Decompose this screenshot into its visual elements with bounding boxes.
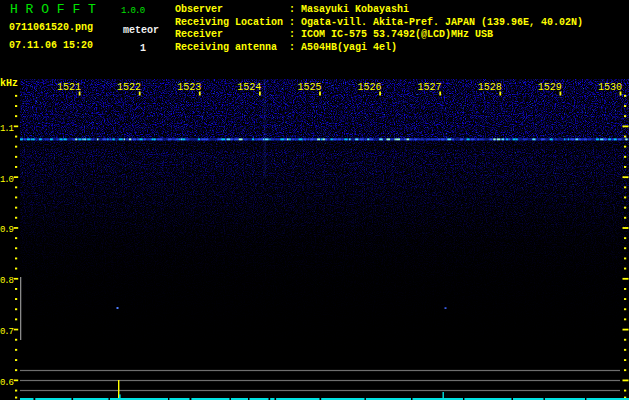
svg-text:1.0.0: 1.0.0 xyxy=(121,6,145,16)
svg-text:07.11.06 15:20: 07.11.06 15:20 xyxy=(9,40,93,51)
svg-text:Receiver : ICOM IC-5: Receiver : ICOM IC-575 53.7492(@LCD)MHz … xyxy=(175,29,493,40)
svg-text:1525: 1525 xyxy=(297,82,321,93)
svg-text:1521: 1521 xyxy=(57,82,81,93)
svg-text:1529: 1529 xyxy=(538,82,562,93)
svg-text:Receiving antenna : A504HB(ya: Receiving antenna : A504HB(yagi 4el) xyxy=(175,42,397,53)
svg-text:1.1: 1.1 xyxy=(0,124,14,134)
svg-text:Receiving Location : Ogata-vil: Receiving Location : Ogata-vill. Akita-P… xyxy=(175,17,583,28)
svg-text:1523: 1523 xyxy=(177,82,201,93)
svg-text:1528: 1528 xyxy=(478,82,502,93)
svg-text:0.7: 0.7 xyxy=(0,327,14,337)
svg-text:0.9: 0.9 xyxy=(0,225,14,235)
svg-text:1522: 1522 xyxy=(117,82,141,93)
svg-text:kHz: kHz xyxy=(0,78,18,89)
svg-text:Observer : Masayuki: Observer : Masayuki Kobayashi xyxy=(175,4,409,15)
svg-text:0.6: 0.6 xyxy=(0,378,14,388)
svg-text:1: 1 xyxy=(140,43,146,54)
svg-text:0.8: 0.8 xyxy=(0,276,14,286)
svg-text:1.0: 1.0 xyxy=(0,175,14,185)
svg-text:1526: 1526 xyxy=(357,82,381,93)
svg-text:0711061520.png: 0711061520.png xyxy=(9,22,93,33)
svg-text:1527: 1527 xyxy=(418,82,442,93)
svg-text:1524: 1524 xyxy=(237,82,261,93)
svg-text:meteor: meteor xyxy=(123,25,159,36)
svg-text:1530: 1530 xyxy=(598,82,622,93)
svg-text:H R O F F T: H R O F F T xyxy=(10,2,96,17)
